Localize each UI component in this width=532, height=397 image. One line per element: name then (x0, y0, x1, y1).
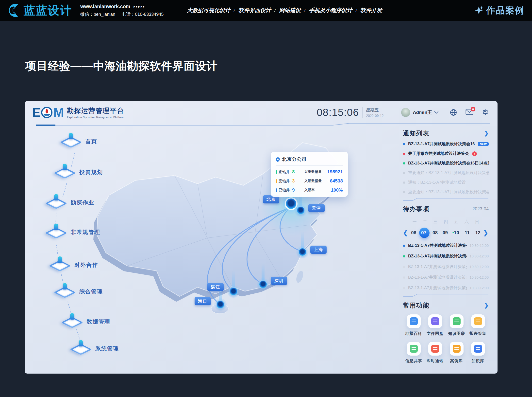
cnooc-logo-icon (41, 107, 52, 118)
chevron-down-icon[interactable] (434, 111, 438, 114)
todo-text: BZ-13-1-A7井测试地质设计决策会 (408, 285, 467, 291)
functions-more-arrow[interactable]: ❯ (484, 302, 489, 309)
function-knowledge-graph[interactable]: 知识图谱 (446, 314, 467, 336)
section-divider (403, 293, 489, 297)
map-marker-tianjin[interactable] (297, 207, 304, 214)
divider (362, 107, 363, 118)
city-label-shanghai[interactable]: 上海 (310, 246, 327, 254)
map-marker-beijing[interactable] (286, 198, 296, 209)
sidebar-item-data[interactable]: 数据管理 (62, 315, 110, 329)
calendar-prev-arrow[interactable]: ❮ (403, 229, 408, 236)
stat-bar (276, 170, 277, 174)
status-dot (403, 255, 405, 257)
status-dot (403, 153, 405, 155)
functions-title: 常用功能 (403, 301, 430, 309)
sidebar-item-home[interactable]: 首页 (60, 134, 97, 149)
notification-item[interactable]: 通知：BZ-13-1-A7井测试地质设 (403, 180, 489, 185)
sidebar-item-label: 对外合作 (74, 261, 98, 269)
clock-weekday: 星期五 (366, 107, 384, 113)
sidebar-item-unconventional[interactable]: 非常规管理 (46, 225, 100, 239)
gear-icon[interactable] (481, 109, 489, 116)
nav-item-dev[interactable]: 软件开发 (360, 7, 382, 14)
weekday-label: 二 (420, 219, 430, 225)
calendar-day[interactable]: 06 (408, 228, 419, 238)
notifications-more-arrow[interactable]: ❯ (484, 130, 489, 137)
map-marker-zhanjiang[interactable] (230, 288, 237, 295)
map-marker-shanghai[interactable] (299, 248, 306, 256)
notification-item[interactable]: 重要通知：BZ-13-1-A7井测试地质设计决策会16日14... (403, 170, 489, 176)
functions-grid: 勘探百科 文件网盘 知识图谱 报表采集 信息共享 即时通讯 (403, 314, 489, 364)
website-url[interactable]: www.lanlanwork.com (80, 4, 130, 9)
function-info-share[interactable]: 信息共享 (403, 342, 424, 364)
todo-item[interactable]: BZ-13-1-A7井测试地质设计决策会 10:30-12:00 (403, 264, 489, 270)
stat-drilling-active: 正钻井 8 (276, 169, 304, 175)
todo-item[interactable]: BZ-13-1-A7井测试地质设计决策会 10:30-12:00 (403, 274, 489, 280)
map-marker-haikou[interactable] (217, 301, 224, 308)
function-report-collect[interactable]: 报表采集 (467, 314, 489, 336)
nav-item-bigdata[interactable]: 大数据可视化设计 (187, 7, 230, 14)
chat-icon (431, 345, 439, 353)
city-label-shenzhen[interactable]: 深圳 (271, 277, 287, 285)
lanlan-logo-icon (7, 3, 22, 18)
nav-separator: / (274, 8, 276, 13)
todo-text: BZ-13-1-A7井测试地质设计决策会... (408, 253, 467, 259)
function-instant-message[interactable]: 即时通讯 (424, 342, 446, 364)
function-encyclopedia[interactable]: 勘探百科 (403, 314, 424, 336)
function-label: 报表采集 (470, 331, 486, 336)
avatar[interactable] (401, 108, 410, 117)
calendar-day[interactable]: 12 (473, 228, 483, 238)
city-label-zhanjiang[interactable]: 湛江 (207, 283, 224, 291)
calendar-day[interactable]: 09 (440, 228, 451, 238)
nav-item-software-ui[interactable]: 软件界面设计 (238, 7, 271, 14)
calendar-day[interactable]: 08 (430, 228, 440, 238)
function-case-library[interactable]: 案例库 (446, 342, 467, 364)
todo-text: BZ-13-1-A7井测试地质设计决策会 (408, 275, 467, 280)
todo-item[interactable]: BZ-13-1-A7井测试地质设计决策会... 10:30-12:00 (403, 243, 489, 249)
sidebar-item-comprehensive[interactable]: 综合管理 (54, 285, 103, 299)
calendar-day-selected[interactable]: 07 (419, 228, 430, 238)
sidebar-item-exploration[interactable]: 勘探作业 (46, 196, 94, 210)
calendar-day[interactable]: 11 (462, 228, 472, 238)
notification-text: BZ-13-1-A7井测试地质设计决策会16日14点开始 (408, 141, 475, 147)
mail-icon[interactable]: 6 (466, 109, 473, 116)
stat-drilling-done: 完钻井 3 (276, 178, 304, 184)
map-marker-shenzhen[interactable] (259, 281, 267, 288)
todo-item[interactable]: BZ-13-1-A7井测试地质设计决策会 10:30-12:00 (403, 285, 489, 291)
todo-item[interactable]: BZ-13-1-A7井测试地质设计决策会... 10:30-12:00 (403, 253, 489, 259)
nav-item-website[interactable]: 网站建设 (279, 7, 301, 14)
stat-label: 完钻井 (279, 179, 290, 183)
notification-item[interactable]: 关于用举办井测试地质设计决策会 ! (403, 151, 489, 157)
nav-item-mobile[interactable]: 手机及小程序设计 (309, 7, 352, 14)
graph-icon (453, 317, 461, 325)
notification-item[interactable]: BZ-13-1-A7井测试地质设计决策会16日14点开始 NEW (403, 141, 489, 147)
notification-item[interactable]: BZ-13-1-A7井测试地质设计决策会16日14点开始！ (403, 160, 489, 166)
status-dot (403, 287, 405, 289)
stat-collected-data: 采集数据量 198921 (304, 169, 343, 175)
nav-separator: / (356, 8, 357, 13)
weekday-label: 一 (409, 219, 420, 225)
portfolio-label: 作品案例 (486, 4, 525, 17)
sidebar-item-investment[interactable]: 投资规划 (54, 165, 103, 180)
stat-label: 已钻井 (279, 188, 290, 193)
calendar-next-arrow[interactable]: ❯ (483, 229, 489, 236)
portfolio-link[interactable]: 作品案例 (474, 4, 525, 17)
sidebar-item-cooperation[interactable]: 对外合作 (49, 258, 98, 272)
status-dot (403, 266, 405, 268)
city-label-tianjin[interactable]: 天津 (308, 204, 325, 212)
user-menu[interactable]: Admin王 (401, 108, 438, 117)
site-logo[interactable]: 蓝蓝设计 (7, 3, 72, 18)
function-file-drive[interactable]: 文件网盘 (424, 314, 446, 336)
notification-item[interactable]: 重要通知：BZ-13-1-A7井测试地质设计决策会16日14... (403, 189, 489, 195)
stat-value: 198921 (327, 169, 343, 175)
branch-popup-title: 北京分公司 (282, 156, 307, 162)
function-knowledge-base[interactable]: 知识库 (467, 342, 489, 364)
sidebar-item-system[interactable]: 系统管理 (70, 342, 119, 356)
globe-icon[interactable] (450, 109, 457, 116)
ecm-logo: E M (32, 105, 64, 120)
city-label-haikou[interactable]: 海口 (195, 297, 211, 305)
top-nav: 大数据可视化设计 / 软件界面设计 / 网站建设 / 手机及小程序设计 / 软件… (187, 7, 382, 14)
function-label: 即时通讯 (427, 359, 444, 364)
clipboard-icon (453, 345, 461, 353)
investment-platform-icon (54, 165, 75, 180)
weekday-label: 三 (430, 219, 441, 225)
